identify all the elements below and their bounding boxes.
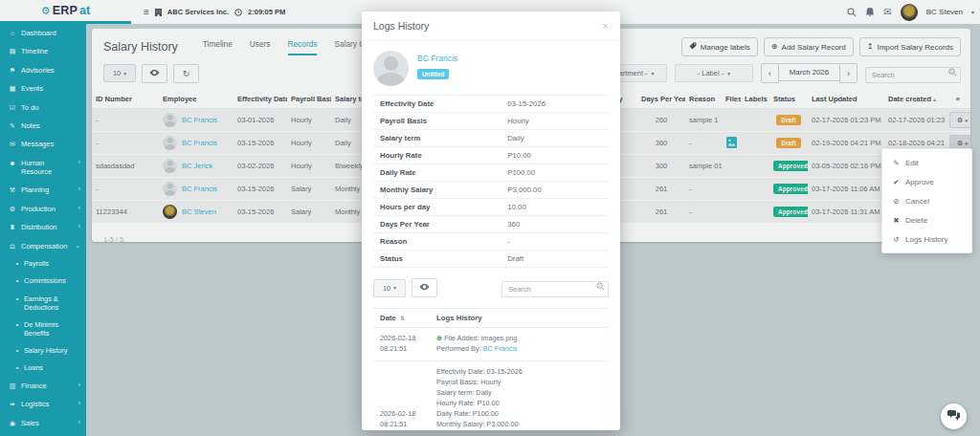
logs-search-input[interactable] <box>501 281 609 297</box>
actions-menu-item[interactable]: ✖Delete <box>882 210 971 229</box>
logs-table: Date ⇅ Logs History 2026-02-1808:21:51 ⊕… <box>373 308 609 430</box>
log-row: 2026-02-1808:21:51 Effectivity Date: 03-… <box>373 361 609 430</box>
detail-row: Hours per day10.00 <box>373 198 609 215</box>
actions-menu-item[interactable]: ✔Approve <box>882 172 971 191</box>
detail-row: Monthly SalaryP3,000.00 <box>373 181 609 198</box>
detail-row: StatusDraft <box>373 250 609 267</box>
log-entry: ⊕ File Added: images.png Performed By: B… <box>436 328 609 360</box>
detail-value: P3,000.00 <box>507 182 609 198</box>
detail-value: Hourly <box>507 113 609 129</box>
detail-value: 360 <box>507 216 609 232</box>
detail-label: Reason <box>373 233 507 250</box>
log-line: Salary term: Daily <box>436 388 603 399</box>
detail-label: Days Per Year <box>373 216 507 232</box>
detail-value: P100.00 <box>507 164 609 181</box>
detail-value: P10.00 <box>507 147 609 164</box>
logs-search <box>501 278 609 297</box>
detail-value: 10.00 <box>507 199 609 215</box>
detail-label: Effectivity Date <box>373 96 507 112</box>
logs-controls: 10 ▾ <box>373 278 609 297</box>
sort-icon: ⇅ <box>400 316 405 321</box>
detail-value: Draft <box>507 251 609 267</box>
detail-label: Payroll Basis <box>373 113 507 129</box>
eye-icon <box>419 283 430 293</box>
detail-row: Daily RateP100.00 <box>373 164 609 181</box>
detail-row: Payroll BasisHourly <box>373 112 609 129</box>
detail-label: Hours per day <box>373 199 507 215</box>
detail-row: Hourly RateP10.00 <box>373 146 609 164</box>
actions-menu-item[interactable]: ✎Edit <box>882 153 971 172</box>
record-details: Effectivity Date03-15-2026Payroll BasisH… <box>373 95 609 268</box>
employee-avatar <box>373 51 409 86</box>
performed-by-link[interactable]: BC Francis <box>483 344 518 353</box>
menu-item-icon: ⊘ <box>892 197 901 206</box>
modal-header: Logs History × <box>362 11 620 41</box>
logs-history-header: Logs History <box>436 309 609 327</box>
log-line: Effectivity Date: 03-15-2026 <box>436 367 603 378</box>
menu-item-icon: ✖ <box>892 216 901 225</box>
detail-row: Days Per Year360 <box>373 215 609 232</box>
chat-button[interactable] <box>941 403 967 429</box>
logs-history-modal: Logs History × BC Francis Untitled Effec… <box>362 11 620 430</box>
logs-header-row: Date ⇅ Logs History <box>373 308 609 328</box>
detail-value: - <box>507 233 609 250</box>
file-added-icon: ⊕ <box>436 334 442 342</box>
logs-date-header[interactable]: Date ⇅ <box>373 309 436 327</box>
log-entry: Effectivity Date: 03-15-2026Payroll Basi… <box>436 361 609 430</box>
menu-item-icon: ✔ <box>892 178 901 186</box>
untitled-badge: Untitled <box>417 69 449 79</box>
modal-body: BC Francis Untitled Effectivity Date03-1… <box>362 41 620 430</box>
log-date: 2026-02-1808:21:51 <box>373 361 436 430</box>
actions-menu-item[interactable]: ↺Logs History <box>882 229 971 249</box>
logs-page-size-select[interactable]: 10 ▾ <box>373 279 406 297</box>
search-icon <box>596 282 605 291</box>
log-line: Monthly Salary: P3,000.00 <box>436 420 603 430</box>
detail-label: Daily Rate <box>373 164 507 181</box>
detail-row: Salary termDaily <box>373 129 609 146</box>
caret-down-icon: ▾ <box>393 285 396 291</box>
modal-title: Logs History <box>373 20 429 32</box>
menu-item-icon: ✎ <box>892 159 901 167</box>
row-actions-menu: ✎Edit✔Approve⊘Cancel✖Delete↺Logs History <box>881 148 972 253</box>
log-line: Hours per day: 10 <box>436 430 603 431</box>
employee-profile: BC Francis Untitled <box>373 51 609 86</box>
app-screen: ⚙ ERP at ≡ ABC Services Inc. 2:09:05 PM … <box>0 0 980 436</box>
detail-row: Reason- <box>373 232 609 250</box>
detail-label: Status <box>373 251 507 267</box>
log-line: Daily Rate: P100.00 <box>436 409 603 420</box>
log-date: 2026-02-1808:21:51 <box>373 328 436 360</box>
detail-label: Salary term <box>373 130 507 146</box>
detail-value: 03-15-2026 <box>507 96 609 112</box>
log-line: Payroll Basis: Hourly <box>436 378 603 388</box>
close-icon[interactable]: × <box>603 21 609 32</box>
log-row: 2026-02-1808:21:51 ⊕ File Added: images.… <box>373 328 609 361</box>
detail-row: Effectivity Date03-15-2026 <box>373 95 609 112</box>
detail-label: Hourly Rate <box>373 147 507 164</box>
menu-item-icon: ↺ <box>892 235 901 244</box>
chat-bubble-icon <box>947 409 960 424</box>
employee-name-link[interactable]: BC Francis <box>417 54 457 63</box>
actions-menu-item[interactable]: ⊘Cancel <box>882 191 971 210</box>
logs-column-visibility-button[interactable] <box>412 278 437 297</box>
detail-value: Daily <box>507 130 609 146</box>
log-line: Hourly Rate: P10.00 <box>436 399 603 409</box>
detail-label: Monthly Salary <box>373 182 507 198</box>
